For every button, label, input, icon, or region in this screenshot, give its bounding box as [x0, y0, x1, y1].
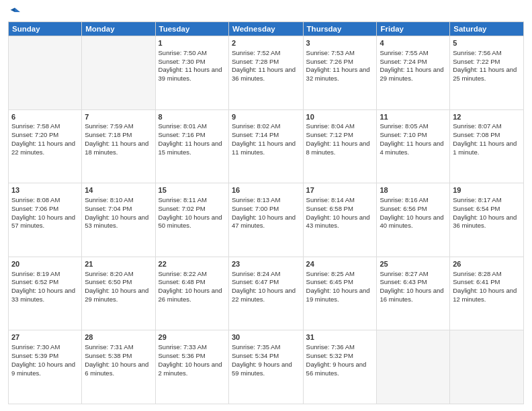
day-info: Sunrise: 8:08 AMSunset: 7:06 PMDaylight:…	[11, 196, 79, 230]
day-of-week-header: Tuesday	[155, 22, 228, 36]
day-info-line: Sunset: 5:38 PM	[85, 352, 132, 359]
day-number: 7	[85, 112, 152, 122]
day-of-week-header: Monday	[82, 22, 155, 36]
day-info: Sunrise: 7:58 AMSunset: 7:20 PMDaylight:…	[11, 122, 79, 156]
day-info-line: Sunrise: 7:33 AM	[159, 343, 207, 351]
day-info-line: Daylight: 11 hours and 22 minutes.	[11, 140, 75, 156]
day-info-line: Sunset: 7:26 PM	[306, 58, 353, 65]
day-info-line: Sunrise: 8:10 AM	[85, 196, 133, 203]
day-number: 30	[232, 332, 300, 342]
calendar-cell: 26Sunrise: 8:28 AMSunset: 6:41 PMDayligh…	[450, 257, 524, 330]
day-info-line: Sunrise: 8:24 AM	[232, 270, 280, 277]
calendar-cell: 12Sunrise: 8:07 AMSunset: 7:08 PMDayligh…	[450, 109, 524, 183]
calendar-cell: 14Sunrise: 8:10 AMSunset: 7:04 PMDayligh…	[82, 183, 155, 257]
day-number: 24	[306, 259, 374, 269]
day-info-line: Daylight: 11 hours and 1 minute.	[453, 140, 517, 156]
calendar-week-row: 27Sunrise: 7:30 AMSunset: 5:39 PMDayligh…	[9, 330, 524, 404]
day-number: 18	[380, 185, 447, 195]
calendar-cell: 5Sunrise: 7:56 AMSunset: 7:22 PMDaylight…	[450, 36, 524, 110]
day-info-line: Sunset: 7:08 PM	[453, 131, 500, 138]
day-info-line: Sunrise: 8:20 AM	[85, 270, 133, 277]
day-info: Sunrise: 7:30 AMSunset: 5:39 PMDaylight:…	[11, 343, 79, 377]
calendar-cell: 20Sunrise: 8:19 AMSunset: 6:52 PMDayligh…	[9, 257, 82, 330]
day-info-line: Sunrise: 8:07 AM	[453, 122, 501, 130]
day-info-line: Sunrise: 8:22 AM	[159, 270, 207, 277]
day-info: Sunrise: 7:35 AMSunset: 5:34 PMDaylight:…	[232, 343, 300, 377]
day-number: 15	[159, 185, 226, 195]
calendar-cell: 13Sunrise: 8:08 AMSunset: 7:06 PMDayligh…	[9, 183, 82, 257]
day-info-line: Sunrise: 8:05 AM	[380, 122, 428, 130]
calendar-cell	[377, 330, 450, 404]
svg-marker-0	[15, 8, 20, 12]
day-info-line: Sunset: 7:10 PM	[380, 131, 427, 138]
day-info: Sunrise: 8:05 AMSunset: 7:10 PMDaylight:…	[380, 122, 447, 156]
day-info-line: Daylight: 10 hours and 29 minutes.	[85, 287, 148, 303]
day-number: 13	[11, 185, 79, 195]
day-number: 1	[159, 38, 226, 48]
calendar-table: SundayMondayTuesdayWednesdayThursdayFrid…	[8, 21, 524, 404]
day-info: Sunrise: 8:28 AMSunset: 6:41 PMDaylight:…	[453, 270, 521, 304]
day-info-line: Sunset: 6:45 PM	[306, 278, 353, 285]
day-info: Sunrise: 8:10 AMSunset: 7:04 PMDaylight:…	[85, 196, 152, 230]
day-info: Sunrise: 8:13 AMSunset: 7:00 PMDaylight:…	[232, 196, 300, 230]
day-info-line: Sunset: 7:06 PM	[11, 205, 58, 212]
day-info-line: Sunrise: 8:08 AM	[11, 196, 60, 203]
day-info-line: Sunrise: 7:59 AM	[85, 122, 133, 130]
day-of-week-header: Wednesday	[229, 22, 304, 36]
calendar-cell: 7Sunrise: 7:59 AMSunset: 7:18 PMDaylight…	[82, 109, 155, 183]
day-info: Sunrise: 7:31 AMSunset: 5:38 PMDaylight:…	[85, 343, 152, 377]
day-info-line: Sunrise: 8:11 AM	[159, 196, 207, 203]
calendar-cell: 29Sunrise: 7:33 AMSunset: 5:36 PMDayligh…	[155, 330, 228, 404]
day-info-line: Daylight: 10 hours and 50 minutes.	[159, 214, 222, 230]
day-info-line: Daylight: 9 hours and 59 minutes.	[232, 361, 292, 377]
day-number: 26	[453, 259, 521, 269]
day-info-line: Daylight: 11 hours and 11 minutes.	[232, 140, 296, 156]
day-number: 22	[159, 259, 226, 269]
day-info-line: Sunrise: 7:30 AM	[11, 343, 60, 351]
day-number: 25	[380, 259, 447, 269]
calendar-cell: 27Sunrise: 7:30 AMSunset: 5:39 PMDayligh…	[9, 330, 82, 404]
day-info: Sunrise: 7:36 AMSunset: 5:32 PMDaylight:…	[306, 343, 374, 377]
day-info: Sunrise: 8:27 AMSunset: 6:43 PMDaylight:…	[380, 270, 447, 304]
calendar-cell: 25Sunrise: 8:27 AMSunset: 6:43 PMDayligh…	[377, 257, 450, 330]
calendar-week-row: 13Sunrise: 8:08 AMSunset: 7:06 PMDayligh…	[9, 183, 524, 257]
calendar-week-row: 1Sunrise: 7:50 AMSunset: 7:30 PMDaylight…	[9, 36, 524, 110]
day-number: 29	[159, 332, 226, 342]
day-info-line: Sunset: 6:58 PM	[306, 205, 353, 212]
calendar-cell: 8Sunrise: 8:01 AMSunset: 7:16 PMDaylight…	[155, 109, 228, 183]
day-info: Sunrise: 8:02 AMSunset: 7:14 PMDaylight:…	[232, 122, 300, 156]
day-info: Sunrise: 7:53 AMSunset: 7:26 PMDaylight:…	[306, 49, 374, 83]
calendar-cell: 9Sunrise: 8:02 AMSunset: 7:14 PMDaylight…	[229, 109, 304, 183]
page: SundayMondayTuesdayWednesdayThursdayFrid…	[0, 0, 532, 411]
calendar-cell: 10Sunrise: 8:04 AMSunset: 7:12 PMDayligh…	[303, 109, 377, 183]
day-info-line: Sunrise: 7:53 AM	[306, 49, 355, 56]
day-number: 14	[85, 185, 152, 195]
day-info-line: Daylight: 11 hours and 39 minutes.	[159, 66, 222, 82]
day-info-line: Sunrise: 7:50 AM	[159, 49, 207, 56]
day-info-line: Daylight: 10 hours and 47 minutes.	[232, 214, 296, 230]
calendar-cell: 3Sunrise: 7:53 AMSunset: 7:26 PMDaylight…	[303, 36, 377, 110]
day-info-line: Sunset: 6:56 PM	[380, 205, 427, 212]
day-info-line: Sunrise: 7:52 AM	[232, 49, 280, 56]
day-info-line: Daylight: 10 hours and 22 minutes.	[232, 287, 296, 303]
svg-marker-1	[11, 8, 15, 12]
day-info-line: Sunset: 6:54 PM	[453, 205, 500, 212]
day-info-line: Daylight: 11 hours and 29 minutes.	[380, 66, 443, 82]
day-info: Sunrise: 8:17 AMSunset: 6:54 PMDaylight:…	[453, 196, 521, 230]
day-info-line: Daylight: 11 hours and 18 minutes.	[85, 140, 148, 156]
day-info-line: Daylight: 10 hours and 9 minutes.	[11, 361, 75, 377]
calendar-cell: 18Sunrise: 8:16 AMSunset: 6:56 PMDayligh…	[377, 183, 450, 257]
day-number: 28	[85, 332, 152, 342]
day-info: Sunrise: 8:11 AMSunset: 7:02 PMDaylight:…	[159, 196, 226, 230]
day-info: Sunrise: 8:22 AMSunset: 6:48 PMDaylight:…	[159, 270, 226, 304]
day-info: Sunrise: 7:33 AMSunset: 5:36 PMDaylight:…	[159, 343, 226, 377]
day-info: Sunrise: 8:25 AMSunset: 6:45 PMDaylight:…	[306, 270, 374, 304]
day-info-line: Daylight: 10 hours and 6 minutes.	[85, 361, 148, 377]
day-info-line: Daylight: 10 hours and 2 minutes.	[159, 361, 222, 377]
day-info: Sunrise: 8:14 AMSunset: 6:58 PMDaylight:…	[306, 196, 374, 230]
day-info: Sunrise: 7:55 AMSunset: 7:24 PMDaylight:…	[380, 49, 447, 83]
day-info-line: Sunrise: 8:02 AM	[232, 122, 280, 130]
calendar-week-row: 6Sunrise: 7:58 AMSunset: 7:20 PMDaylight…	[9, 109, 524, 183]
day-info: Sunrise: 8:20 AMSunset: 6:50 PMDaylight:…	[85, 270, 152, 304]
calendar-cell: 21Sunrise: 8:20 AMSunset: 6:50 PMDayligh…	[82, 257, 155, 330]
